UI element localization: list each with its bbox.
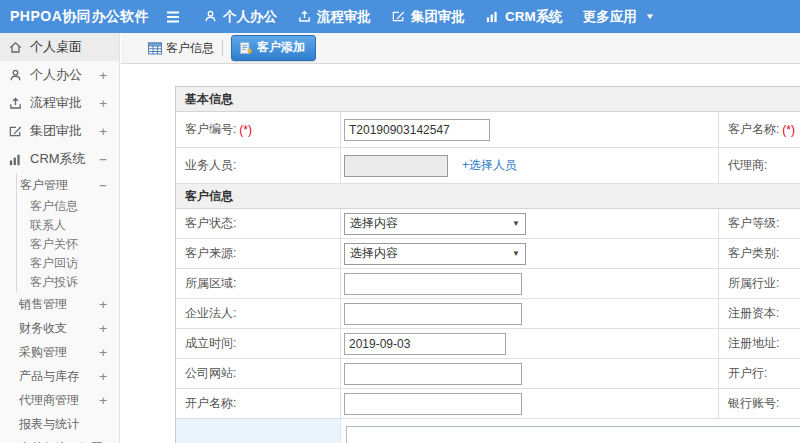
expand-plus-icon[interactable]: +	[99, 393, 107, 408]
select-caret-icon: ▼	[512, 249, 520, 258]
sidebar-item-desktop[interactable]: 个人桌面	[0, 33, 119, 61]
sidebar-item-customer-complaint[interactable]: 客户投诉	[16, 273, 119, 292]
field-label-right: 注册地址:	[719, 329, 800, 358]
topnav-item-1[interactable]: 个人办公	[203, 8, 277, 26]
sidebar-item-label: 客户信息	[30, 198, 78, 215]
remark-textarea[interactable]	[346, 426, 800, 443]
workflow-icon	[297, 9, 312, 24]
topnav-item-3[interactable]: 集团审批	[391, 8, 465, 26]
sidebar-item-purchase-mgmt[interactable]: 采购管理+	[16, 340, 119, 364]
form-row: 客户状态:选择内容▼客户等级:	[176, 209, 800, 239]
field-label-text: 成立时间:	[185, 335, 236, 352]
customer-source-select[interactable]: 选择内容▼	[344, 243, 526, 265]
field-label-text: 企业法人:	[185, 305, 236, 322]
form-row: 所属区域:所属行业:	[176, 269, 800, 299]
field-cell	[341, 112, 719, 147]
field-label-right: 所属行业:	[719, 269, 800, 298]
sidebar-item-label: 客户管理	[20, 177, 68, 194]
website-input[interactable]	[344, 363, 522, 385]
sidebar-item-label: 联系人	[30, 217, 66, 234]
field-cell	[341, 359, 719, 388]
sidebar-item-label: CRM系统	[30, 150, 86, 168]
sidebar-item-customer-mgmt[interactable]: 客户管理−	[16, 173, 119, 197]
add-doc-icon	[239, 41, 253, 55]
sidebar-item-finance[interactable]: 财务收支+	[16, 316, 119, 340]
expand-plus-icon[interactable]: +	[99, 96, 107, 111]
region-input[interactable]	[344, 273, 522, 295]
customer-status-select[interactable]: 选择内容▼	[344, 213, 526, 235]
section-header: 客户信息	[176, 184, 800, 209]
staff-input[interactable]	[344, 155, 448, 177]
sidebar-item-label: 财务收支	[19, 320, 67, 337]
account-name-input[interactable]	[344, 393, 522, 415]
hamburger-menu-icon[interactable]	[165, 10, 181, 24]
top-nav: 个人办公流程审批集团审批CRM系统更多应用▼	[203, 8, 654, 26]
sidebar-item-personal-office[interactable]: 个人办公+	[0, 61, 119, 89]
legal-person-input[interactable]	[344, 303, 522, 325]
sidebar: 个人桌面个人办公+流程审批+集团审批+CRM系统−客户管理−客户信息联系人客户关…	[0, 33, 120, 443]
form-row	[176, 419, 800, 443]
sidebar-item-group-approval[interactable]: 集团审批+	[0, 117, 119, 145]
sidebar-item-agent-mgmt[interactable]: 代理商管理+	[16, 388, 119, 412]
customer-add-form: 基本信息客户编号:(*)客户名称:(*)业务人员:+选择人员代理商:客户信息客户…	[175, 86, 800, 443]
approval-icon	[8, 124, 23, 139]
user-icon	[203, 9, 218, 24]
field-label-text: 客户来源:	[185, 245, 236, 262]
expand-plus-icon[interactable]: +	[99, 297, 107, 312]
expand-plus-icon[interactable]: +	[99, 124, 107, 139]
app-title: PHPOA协同办公软件	[0, 8, 150, 26]
field-label-text: 开户名称:	[185, 395, 236, 412]
sidebar-item-customer-visit[interactable]: 客户回访	[16, 254, 119, 273]
field-label: 所属区域:	[176, 269, 341, 298]
field-label: 业务人员:	[176, 148, 341, 183]
field-label: 客户来源:	[176, 239, 341, 268]
top-bar: PHPOA协同办公软件 个人办公流程审批集团审批CRM系统更多应用▼	[0, 0, 800, 33]
expand-plus-icon[interactable]: +	[99, 345, 107, 360]
field-label-text: 客户编号:	[185, 121, 236, 138]
sidebar-item-label: 产品与库存	[19, 368, 79, 385]
sidebar-item-customer-info[interactable]: 客户信息	[16, 197, 119, 216]
topnav-item-5[interactable]: 更多应用▼	[583, 8, 654, 26]
field-label-text: 业务人员:	[185, 157, 236, 174]
topnav-item-label: 个人办公	[223, 8, 277, 26]
sidebar-item-form-flow-settings[interactable]: 表单与流程设置+	[16, 436, 119, 443]
field-label-right-text: 注册资本:	[728, 305, 779, 322]
field-label-right-text: 开户行:	[728, 365, 767, 382]
collapse-minus-icon[interactable]: −	[99, 178, 107, 193]
field-cell	[341, 269, 719, 298]
tab-separator	[222, 40, 223, 56]
collapse-minus-icon[interactable]: −	[99, 152, 107, 167]
required-mark: (*)	[782, 123, 795, 137]
expand-plus-icon[interactable]: +	[99, 68, 107, 83]
founded-date-input[interactable]	[344, 333, 506, 355]
form-row: 客户编号:(*)客户名称:(*)	[176, 112, 800, 148]
chart-icon	[8, 152, 23, 167]
sidebar-item-sales-mgmt[interactable]: 销售管理+	[16, 292, 119, 316]
topnav-item-label: 更多应用	[583, 8, 637, 26]
tab-customer-add[interactable]: 客户添加	[231, 35, 316, 61]
field-label	[176, 419, 341, 443]
sidebar-item-customer-care[interactable]: 客户关怀	[16, 235, 119, 254]
sidebar-item-label: 个人办公	[30, 66, 82, 84]
field-cell	[341, 329, 719, 358]
expand-plus-icon[interactable]: +	[99, 369, 107, 384]
sidebar-item-workflow-approval[interactable]: 流程审批+	[0, 89, 119, 117]
tab-customer-info[interactable]: 客户信息	[148, 40, 214, 57]
sidebar-item-crm-system[interactable]: CRM系统−	[0, 145, 119, 173]
chart-icon	[485, 9, 500, 24]
tab-label: 客户信息	[166, 40, 214, 57]
field-label: 公司网站:	[176, 359, 341, 388]
topnav-item-4[interactable]: CRM系统	[485, 8, 563, 26]
field-cell: 选择内容▼	[341, 239, 719, 268]
sidebar-item-reports-stats[interactable]: 报表与统计	[16, 412, 119, 436]
main-content: 基本信息客户编号:(*)客户名称:(*)业务人员:+选择人员代理商:客户信息客户…	[121, 65, 800, 443]
field-cell	[341, 299, 719, 328]
choose-staff-link[interactable]: +选择人员	[462, 157, 517, 174]
topnav-item-2[interactable]: 流程审批	[297, 8, 371, 26]
sidebar-item-label: 采购管理	[19, 344, 67, 361]
expand-plus-icon[interactable]: +	[99, 321, 107, 336]
sidebar-item-label: 流程审批	[30, 94, 82, 112]
sidebar-item-contacts[interactable]: 联系人	[16, 216, 119, 235]
sidebar-item-product-inventory[interactable]: 产品与库存+	[16, 364, 119, 388]
customer-code-input[interactable]	[344, 119, 490, 141]
